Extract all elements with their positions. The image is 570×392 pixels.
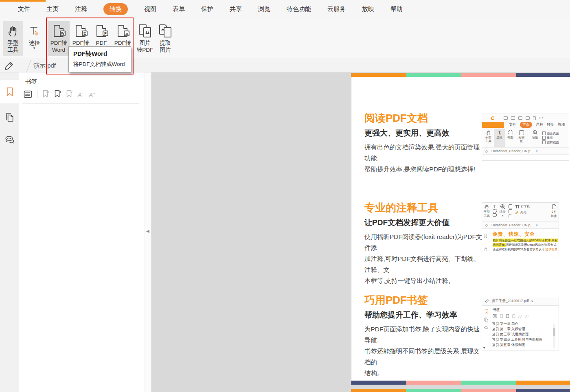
sidebar-pages-button[interactable]: [0, 107, 19, 127]
pages-icon: [5, 112, 14, 122]
document-area[interactable]: 阅读PDF文档 更强大、更实用、更高效 拥有出色的文档渲染效果,强大的页面管理功…: [151, 72, 570, 392]
pdf-to-excel-label: PDF转: [72, 39, 89, 46]
pdf-to-word-tooltip: PDF转Word 将PDF文档转成Word: [68, 46, 131, 72]
mini-toolbar-row: 手型工具 选择 截图 剪贴板: [482, 128, 569, 147]
section-body-line: 帮助提升效率,是您阅读PDF的理想选择!: [364, 164, 483, 175]
mini-menu-comment: 注释: [536, 122, 543, 127]
section-body-line: 书签还能指明不同书签的层级关系,展现文档的: [364, 346, 483, 368]
excel-badge: E: [82, 31, 88, 36]
add-bookmark-icon[interactable]: [54, 90, 61, 98]
image-to-pdf-label2: 转PDF: [137, 46, 153, 53]
mini-bookmark-title: 书签: [493, 307, 555, 313]
menu-slideshow[interactable]: 放映: [362, 5, 374, 13]
sidebar-bookmarks-button[interactable]: [0, 80, 19, 103]
menu-file[interactable]: 文件: [18, 5, 30, 13]
pdf-to-word-button[interactable]: W PDF转 Word: [48, 21, 70, 56]
image-to-pdf-icon: [138, 22, 151, 39]
menu-cloud[interactable]: 云服务: [327, 5, 346, 13]
mini-tab-row: Datasheet_Reader_CN.p... ×: [482, 221, 559, 228]
font-larger-icon[interactable]: A+: [78, 90, 84, 98]
pdf-to-image-icon: [118, 22, 127, 39]
collapse-panel-arrow-icon[interactable]: ◀: [146, 229, 149, 233]
menu-home[interactable]: 主页: [46, 5, 59, 13]
mini-tab-row: 员工手册_20120917.pdf ×: [482, 297, 559, 305]
bookmark-item: 第二章 入职管理: [492, 326, 555, 332]
pdf-to-ppt-label: PDF: [96, 39, 107, 46]
bookmark-options-icon[interactable]: [24, 90, 32, 98]
foxit-reader-window: 文件 主页 注释 转换 视图 表单 保护 共享 浏览 特色功能 云服务 放映 帮…: [0, 0, 570, 392]
bookmark-panel: 书签 A+ A−: [19, 72, 145, 392]
pdf-to-word-icon: W: [54, 22, 64, 39]
extract-image-label: 提取: [160, 39, 171, 46]
mini-bookmark-tree: 第一章 简介 第二章 入职管理 第三章 试用期管理 第四章 工作时间与考勤制度 …: [492, 321, 555, 348]
menu-features[interactable]: 特色功能: [287, 5, 311, 13]
image-badge-icon: [124, 31, 129, 36]
tooltip-title: PDF转Word: [73, 50, 126, 58]
mini-menu-row: 文件 主页 注释 转换 视图: [482, 121, 569, 128]
hand-tool-button[interactable]: 手型 工具: [3, 21, 23, 56]
mini-tab-label: Datasheet_Reader_CN.p...: [491, 149, 533, 153]
mini-hand-tool: 手型工具: [483, 129, 494, 147]
delete-bookmark-icon[interactable]: [42, 90, 49, 98]
mini-sidebar: [482, 229, 489, 256]
menu-share[interactable]: 共享: [230, 5, 242, 13]
pdf-to-word-label2: Word: [52, 46, 65, 53]
mini-page-icons: [509, 204, 512, 218]
mini-select-tool: 选择: [494, 129, 505, 147]
bookmark-more-icon[interactable]: [66, 90, 73, 98]
menu-comment[interactable]: 注释: [75, 5, 87, 13]
bookmark-item: 第五章 休假制度: [492, 342, 555, 348]
menu-help[interactable]: 帮助: [390, 5, 403, 13]
menu-browse[interactable]: 浏览: [258, 5, 270, 13]
extract-image-button[interactable]: 提取 图片: [156, 21, 175, 56]
mini-screenshot-annotation: 手型工具 缩放 ▾: [482, 202, 559, 257]
font-smaller-icon[interactable]: A−: [89, 90, 95, 98]
font-smaller-icon: A−: [525, 314, 529, 319]
mini-doc-text: 福昕阅读器是一款功能强大的PDF阅读软件,具有 档与表单,福昕阅读器采用Offi…: [493, 238, 557, 252]
section-subtitle: 帮助您提升工作、学习效率: [364, 310, 483, 320]
mini-doc-heading: 免费、快速、安全: [493, 231, 535, 238]
bookmark-item: 第三章 试用期管理: [492, 332, 555, 337]
toolbar-divider: [528, 130, 528, 146]
comments-icon: [5, 135, 15, 144]
section-body-line: 加注释,可对PDF文档进行高亮、下划线、注释、文: [364, 253, 483, 275]
image-to-pdf-button[interactable]: 图片 转PDF: [135, 21, 155, 56]
extract-image-icon: [159, 22, 172, 39]
toolbar-divider: [178, 24, 178, 53]
page-top-color-bar: [351, 389, 570, 392]
panel-splitter[interactable]: ◀: [145, 72, 151, 392]
save-icon: [511, 116, 515, 120]
menu-convert-active[interactable]: 转换: [103, 3, 128, 15]
extract-image-label2: 图片: [160, 46, 171, 53]
pencil-icon: [484, 223, 489, 228]
navigation-sidebar: [0, 72, 19, 392]
page-icon: [533, 116, 536, 120]
mini-sidebar: ▾: [482, 306, 491, 350]
mini-menu-home-active: 主页: [520, 122, 532, 128]
pdf-to-excel-icon: E: [76, 22, 86, 39]
mini-content-area: ▾ 书签 A+ A− 第一章 简介: [482, 305, 559, 350]
mini-tab-label: 员工手册_20120917.pdf: [492, 299, 529, 304]
bookmark-panel-toolbar: A+ A−: [24, 89, 95, 99]
menu-protect[interactable]: 保护: [201, 5, 213, 13]
mini-tab-label: Datasheet_Reader_CN.p...: [491, 223, 533, 227]
menu-view[interactable]: 视图: [144, 5, 156, 13]
annotate-pencil-icon[interactable]: [4, 61, 14, 70]
bookmark-item: 第四章 工作时间与考勤制度: [492, 337, 555, 342]
sidebar-comments-button[interactable]: [0, 129, 19, 149]
mini-menu-convert: 转换: [547, 122, 554, 127]
mini-hand-tool: 手型工具: [484, 204, 490, 218]
section-pdf-bookmarks: 巧用PDF书签 帮助您提升工作、学习效率 为PDF页面添加书签,除了实现内容的快…: [364, 294, 483, 379]
hand-tool-label: 手型: [8, 39, 19, 46]
mini-view-options: 适合页面 重排 旋转视图: [542, 129, 559, 147]
mini-clipboard-tool: 剪贴板: [516, 129, 527, 147]
document-tab[interactable]: 演示.pdf: [24, 59, 75, 72]
menu-bar: 文件 主页 注释 转换 视图 表单 保护 共享 浏览 特色功能 云服务 放映 帮…: [0, 0, 570, 18]
mini-zoom-tool: 缩放: [529, 129, 541, 147]
section-subtitle: 更强大、更实用、更高效: [364, 128, 483, 138]
section-read-pdf: 阅读PDF文档 更强大、更实用、更高效 拥有出色的文档渲染效果,强大的页面管理功…: [364, 112, 483, 175]
menu-form[interactable]: 表单: [173, 5, 185, 13]
section-body-line: 为PDF页面添加书签,除了实现内容的快速导航,: [364, 324, 483, 346]
mini-bookmark-panel: 书签 A+ A− 第一章 简介 第二章 入职管理 第三章 试用: [492, 306, 555, 350]
select-tool-button[interactable]: 选择 ▾: [24, 21, 44, 56]
